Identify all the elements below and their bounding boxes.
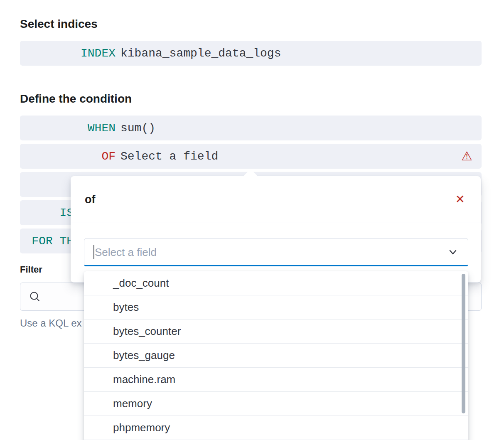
when-expression-button[interactable]: WHEN sum()	[20, 116, 482, 140]
select-indices-heading: Select indices	[20, 17, 98, 31]
rule-condition-page: Select indices INDEX kibana_sample_data_…	[0, 0, 504, 440]
field-combobox-input[interactable]	[95, 246, 442, 259]
option-machine-ram[interactable]: machine.ram	[84, 368, 468, 392]
close-icon: ✕	[455, 192, 465, 206]
index-keyword: INDEX	[20, 47, 116, 60]
text-caret	[93, 245, 94, 259]
focus-underline	[84, 265, 468, 266]
of-expression-button[interactable]: OF Select a field ⚠	[20, 144, 482, 169]
option-memory[interactable]: memory	[84, 392, 468, 416]
index-expression-button[interactable]: INDEX kibana_sample_data_logs	[20, 41, 482, 66]
chevron-down-icon[interactable]	[447, 246, 459, 258]
of-popover: of ✕	[71, 176, 481, 283]
option-doc-count[interactable]: _doc_count	[84, 271, 468, 295]
search-icon	[29, 290, 41, 303]
kql-help-text: Use a KQL ex	[20, 317, 82, 329]
option-bytes-counter[interactable]: bytes_counter	[84, 320, 468, 344]
option-bytes[interactable]: bytes	[84, 295, 468, 320]
when-value: sum()	[120, 122, 155, 135]
option-phpmemory[interactable]: phpmemory	[84, 416, 468, 440]
option-bytes-gauge[interactable]: bytes_gauge	[84, 344, 468, 368]
define-condition-heading: Define the condition	[20, 92, 132, 106]
when-keyword: WHEN	[20, 122, 116, 135]
filter-label: Filter	[20, 264, 42, 275]
popover-title: of	[85, 193, 95, 206]
of-value: Select a field	[120, 150, 218, 163]
popover-titlebar: of ✕	[71, 176, 481, 223]
field-combobox[interactable]	[84, 238, 468, 266]
field-options-list: _doc_count bytes bytes_counter bytes_gau…	[84, 271, 468, 440]
of-keyword: OF	[20, 150, 116, 163]
list-scrollbar[interactable]	[462, 274, 465, 413]
close-button[interactable]: ✕	[454, 192, 467, 207]
index-value: kibana_sample_data_logs	[120, 47, 281, 60]
warning-icon: ⚠	[461, 150, 472, 162]
